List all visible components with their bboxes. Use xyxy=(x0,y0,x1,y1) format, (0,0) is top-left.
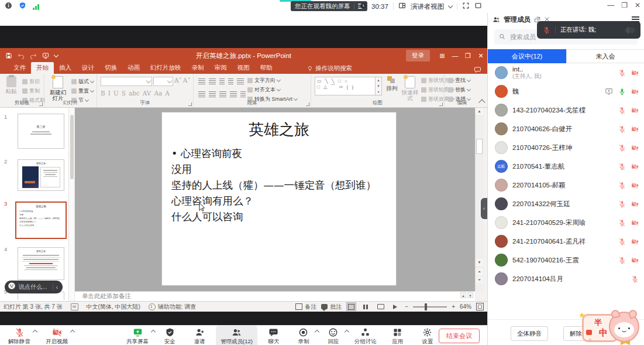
chevron-up-icon[interactable] xyxy=(345,330,349,334)
mic-icon[interactable] xyxy=(618,182,626,189)
slideshow-view-button[interactable] xyxy=(390,302,400,311)
ribbon-button[interactable]: 复制 xyxy=(22,87,45,95)
ppt-menu-tab[interactable]: 插入 xyxy=(54,62,77,74)
notes-toggle[interactable]: 备注 xyxy=(295,303,316,311)
fit-slide-icon[interactable] xyxy=(476,303,484,310)
font-style-button[interactable]: abc xyxy=(129,90,140,97)
panel-collapse-handle[interactable]: ‹ xyxy=(481,198,487,219)
minimize-button[interactable]: — xyxy=(607,1,614,9)
tab-not-joined[interactable]: 未入会 xyxy=(566,49,644,63)
camera-off-icon[interactable] xyxy=(631,182,639,189)
dialog-launcher-icon[interactable] xyxy=(306,103,309,106)
tellme-search[interactable]: 操作说明搜索 xyxy=(302,63,357,74)
spellcheck-icon[interactable] xyxy=(71,303,78,310)
fullscreen-icon[interactable] xyxy=(462,1,470,12)
signin-button[interactable]: 登录 xyxy=(406,50,430,62)
ppt-menu-tab[interactable]: 设计 xyxy=(77,62,99,74)
slideshow-icon[interactable] xyxy=(42,52,49,59)
chevron-up-icon[interactable] xyxy=(151,330,156,334)
member-row[interactable]: int.. (主持人, 我) xyxy=(488,63,644,82)
ppt-minimize-button[interactable]: — xyxy=(449,48,462,63)
ribbon-display-icon[interactable]: ⊞ xyxy=(436,48,449,63)
notes-scroll-down-icon[interactable]: ▼ xyxy=(467,292,473,298)
toolbar-button[interactable]: 分组讨论 xyxy=(350,326,381,345)
ribbon-button[interactable]: 重置 xyxy=(71,87,94,95)
zoom-out-button[interactable]: − xyxy=(405,303,408,310)
slide-thumbnail-4[interactable]: 英雄之旅 xyxy=(18,247,64,280)
camera-off-icon[interactable] xyxy=(631,219,639,227)
slide-thumbnail-2[interactable]: 英雄之旅 xyxy=(18,159,64,191)
end-meeting-button[interactable]: 结束会议 xyxy=(439,329,480,343)
new-slide-button[interactable]: 新建幻灯片 xyxy=(47,76,69,101)
toolbar-button[interactable]: 设置 xyxy=(414,326,441,345)
qat-more-icon[interactable] xyxy=(54,52,58,57)
font-style-button[interactable]: AV xyxy=(143,90,151,97)
collapse-ribbon-icon[interactable] xyxy=(478,99,485,105)
quick-chat-bubble[interactable]: 说点什么... ‹ xyxy=(5,281,63,293)
security-shield-icon[interactable] xyxy=(19,1,26,12)
thumbnail-scroll-thumb[interactable] xyxy=(70,115,74,179)
ppt-menu-tab[interactable]: 切换 xyxy=(99,62,122,74)
chevron-up-icon[interactable] xyxy=(315,330,319,334)
ppt-menu-tab[interactable]: 录制 xyxy=(187,62,209,74)
member-row[interactable]: 2207014322何玉廷 xyxy=(488,194,644,213)
mic-icon[interactable] xyxy=(618,238,626,245)
toolbar-button[interactable]: 解除静音 xyxy=(4,326,35,345)
mute-all-button[interactable]: 全体静音 xyxy=(511,326,548,341)
toolbar-button[interactable]: 开启视频 xyxy=(41,326,73,345)
camera-off-icon[interactable] xyxy=(631,107,639,114)
camera-off-icon[interactable] xyxy=(631,69,639,77)
toolbar-button[interactable]: 管理成员(12) xyxy=(216,326,257,345)
font-style-button[interactable]: A xyxy=(165,90,170,97)
member-row[interactable]: 魏 xyxy=(488,82,644,101)
network-signal-icon[interactable] xyxy=(33,4,39,10)
zoom-in-button[interactable]: + xyxy=(452,303,455,310)
ribbon-button[interactable]: 替换 xyxy=(448,86,470,94)
dialog-launcher-icon[interactable] xyxy=(439,103,443,106)
member-row[interactable]: 2107040726-王梓坤 xyxy=(488,138,644,157)
mic-icon[interactable] xyxy=(618,125,626,133)
popout-window-icon[interactable] xyxy=(474,1,482,12)
shapes-gallery-scroll[interactable]: ▲▼▾ xyxy=(376,77,382,95)
font-style-button[interactable]: Aa xyxy=(154,90,162,97)
ppt-menu-tab[interactable]: 视图 xyxy=(232,62,255,74)
normal-view-button[interactable] xyxy=(346,302,356,311)
mic-icon[interactable] xyxy=(618,107,626,114)
ribbon-button[interactable]: 查找 xyxy=(448,77,470,84)
ppt-menu-tab[interactable]: 动画 xyxy=(122,62,145,74)
dialog-launcher-icon[interactable] xyxy=(39,103,43,106)
ribbon-button[interactable]: 文字方向 xyxy=(247,77,297,84)
scroll-down-icon[interactable]: ▼ xyxy=(476,259,483,266)
redo-icon[interactable] xyxy=(30,52,37,59)
member-row[interactable]: 143-2107040234-戈笙橖 xyxy=(488,101,644,119)
chevron-up-icon[interactable] xyxy=(33,330,37,334)
next-slide-icon[interactable]: ⏷ xyxy=(476,276,483,283)
toolbar-button[interactable]: 应用 xyxy=(384,326,411,345)
ribbon-button[interactable]: 版式 xyxy=(71,78,94,86)
member-row[interactable]: 2207014105-郝颖 xyxy=(488,176,644,194)
mic-icon[interactable] xyxy=(618,88,626,95)
member-row[interactable]: 2207014104吕月 xyxy=(488,269,644,288)
collapse-chat-icon[interactable]: ‹ xyxy=(56,284,58,291)
font-size-select[interactable] xyxy=(153,77,173,86)
camera-off-icon[interactable] xyxy=(631,257,639,264)
save-icon[interactable] xyxy=(5,52,12,59)
shrink-font-button[interactable]: A˅ xyxy=(183,77,191,86)
ppt-restore-button[interactable]: ❐ xyxy=(462,48,474,63)
zoom-slider-thumb[interactable] xyxy=(425,303,427,310)
toolbar-button[interactable]: 共享屏幕 xyxy=(122,326,153,345)
toolbar-button[interactable]: 安全 xyxy=(156,326,183,345)
zoom-level[interactable]: 64% xyxy=(460,303,471,310)
font-style-button[interactable]: S xyxy=(122,90,126,97)
ppt-menu-tab[interactable]: 审阅 xyxy=(209,62,232,74)
close-button[interactable]: ✕ xyxy=(635,1,640,9)
member-row[interactable]: 志航 21070541-董志航 xyxy=(488,157,644,176)
notes-pane[interactable]: 单击此处添加备注 ▲ ▼ xyxy=(75,291,475,301)
grow-font-button[interactable]: A˄ xyxy=(174,77,182,86)
ppt-menu-tab[interactable]: 开始 xyxy=(31,62,54,74)
toolbar-button[interactable]: 邀请 xyxy=(186,326,213,345)
mic-icon[interactable] xyxy=(631,275,639,283)
member-row[interactable]: 2107040626-白健开 xyxy=(488,119,644,138)
ppt-close-button[interactable]: ✕ xyxy=(474,48,487,63)
ppt-menu-tab[interactable]: 文件 xyxy=(8,62,31,74)
